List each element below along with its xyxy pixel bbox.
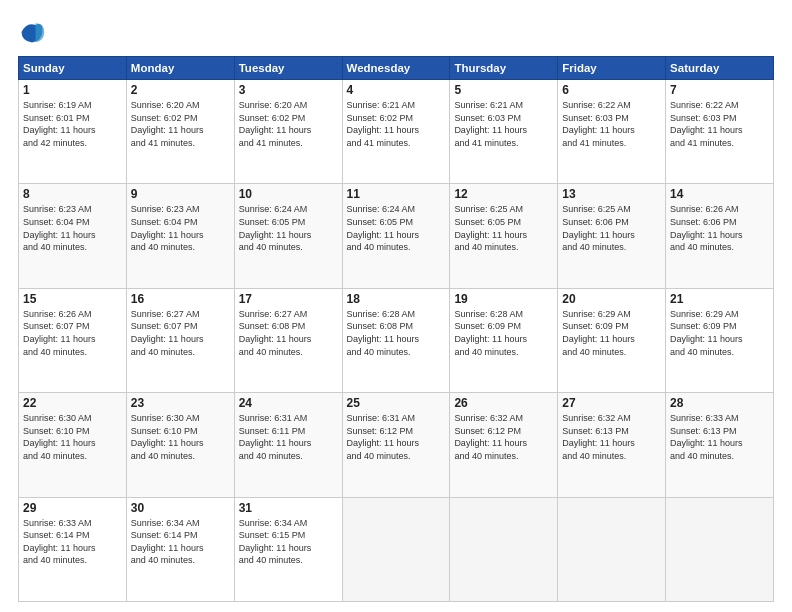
- day-number: 4: [347, 83, 446, 97]
- calendar-cell: 15Sunrise: 6:26 AM Sunset: 6:07 PM Dayli…: [19, 288, 127, 392]
- calendar-cell: 4Sunrise: 6:21 AM Sunset: 6:02 PM Daylig…: [342, 80, 450, 184]
- calendar-cell: 24Sunrise: 6:31 AM Sunset: 6:11 PM Dayli…: [234, 393, 342, 497]
- calendar-cell: [558, 497, 666, 601]
- calendar-cell: 2Sunrise: 6:20 AM Sunset: 6:02 PM Daylig…: [126, 80, 234, 184]
- calendar-cell: 14Sunrise: 6:26 AM Sunset: 6:06 PM Dayli…: [666, 184, 774, 288]
- col-saturday: Saturday: [666, 57, 774, 80]
- calendar-cell: 22Sunrise: 6:30 AM Sunset: 6:10 PM Dayli…: [19, 393, 127, 497]
- day-info: Sunrise: 6:32 AM Sunset: 6:12 PM Dayligh…: [454, 412, 553, 462]
- day-number: 27: [562, 396, 661, 410]
- day-info: Sunrise: 6:21 AM Sunset: 6:02 PM Dayligh…: [347, 99, 446, 149]
- calendar-cell: 6Sunrise: 6:22 AM Sunset: 6:03 PM Daylig…: [558, 80, 666, 184]
- day-info: Sunrise: 6:24 AM Sunset: 6:05 PM Dayligh…: [347, 203, 446, 253]
- calendar-week-row: 22Sunrise: 6:30 AM Sunset: 6:10 PM Dayli…: [19, 393, 774, 497]
- logo-icon: [18, 18, 46, 46]
- calendar-cell: 31Sunrise: 6:34 AM Sunset: 6:15 PM Dayli…: [234, 497, 342, 601]
- day-number: 6: [562, 83, 661, 97]
- day-number: 24: [239, 396, 338, 410]
- calendar-cell: 7Sunrise: 6:22 AM Sunset: 6:03 PM Daylig…: [666, 80, 774, 184]
- calendar-cell: 16Sunrise: 6:27 AM Sunset: 6:07 PM Dayli…: [126, 288, 234, 392]
- col-tuesday: Tuesday: [234, 57, 342, 80]
- day-number: 15: [23, 292, 122, 306]
- page: Sunday Monday Tuesday Wednesday Thursday…: [0, 0, 792, 612]
- day-number: 2: [131, 83, 230, 97]
- calendar-week-row: 15Sunrise: 6:26 AM Sunset: 6:07 PM Dayli…: [19, 288, 774, 392]
- day-number: 25: [347, 396, 446, 410]
- day-number: 5: [454, 83, 553, 97]
- day-info: Sunrise: 6:24 AM Sunset: 6:05 PM Dayligh…: [239, 203, 338, 253]
- day-info: Sunrise: 6:22 AM Sunset: 6:03 PM Dayligh…: [670, 99, 769, 149]
- day-info: Sunrise: 6:26 AM Sunset: 6:07 PM Dayligh…: [23, 308, 122, 358]
- calendar-cell: 5Sunrise: 6:21 AM Sunset: 6:03 PM Daylig…: [450, 80, 558, 184]
- calendar-cell: 25Sunrise: 6:31 AM Sunset: 6:12 PM Dayli…: [342, 393, 450, 497]
- day-number: 28: [670, 396, 769, 410]
- day-info: Sunrise: 6:20 AM Sunset: 6:02 PM Dayligh…: [131, 99, 230, 149]
- calendar-cell: 30Sunrise: 6:34 AM Sunset: 6:14 PM Dayli…: [126, 497, 234, 601]
- calendar-cell: 10Sunrise: 6:24 AM Sunset: 6:05 PM Dayli…: [234, 184, 342, 288]
- day-number: 19: [454, 292, 553, 306]
- day-info: Sunrise: 6:25 AM Sunset: 6:06 PM Dayligh…: [562, 203, 661, 253]
- calendar-cell: 21Sunrise: 6:29 AM Sunset: 6:09 PM Dayli…: [666, 288, 774, 392]
- calendar-week-row: 29Sunrise: 6:33 AM Sunset: 6:14 PM Dayli…: [19, 497, 774, 601]
- calendar-cell: [666, 497, 774, 601]
- day-info: Sunrise: 6:29 AM Sunset: 6:09 PM Dayligh…: [670, 308, 769, 358]
- day-number: 22: [23, 396, 122, 410]
- calendar-week-row: 1Sunrise: 6:19 AM Sunset: 6:01 PM Daylig…: [19, 80, 774, 184]
- col-monday: Monday: [126, 57, 234, 80]
- calendar-cell: [450, 497, 558, 601]
- day-info: Sunrise: 6:23 AM Sunset: 6:04 PM Dayligh…: [23, 203, 122, 253]
- day-info: Sunrise: 6:28 AM Sunset: 6:08 PM Dayligh…: [347, 308, 446, 358]
- day-info: Sunrise: 6:33 AM Sunset: 6:14 PM Dayligh…: [23, 517, 122, 567]
- day-number: 1: [23, 83, 122, 97]
- calendar-cell: 27Sunrise: 6:32 AM Sunset: 6:13 PM Dayli…: [558, 393, 666, 497]
- day-number: 29: [23, 501, 122, 515]
- calendar-cell: 29Sunrise: 6:33 AM Sunset: 6:14 PM Dayli…: [19, 497, 127, 601]
- calendar-cell: 26Sunrise: 6:32 AM Sunset: 6:12 PM Dayli…: [450, 393, 558, 497]
- day-info: Sunrise: 6:23 AM Sunset: 6:04 PM Dayligh…: [131, 203, 230, 253]
- day-number: 14: [670, 187, 769, 201]
- day-info: Sunrise: 6:31 AM Sunset: 6:12 PM Dayligh…: [347, 412, 446, 462]
- day-number: 10: [239, 187, 338, 201]
- calendar-cell: 23Sunrise: 6:30 AM Sunset: 6:10 PM Dayli…: [126, 393, 234, 497]
- day-info: Sunrise: 6:30 AM Sunset: 6:10 PM Dayligh…: [131, 412, 230, 462]
- day-info: Sunrise: 6:22 AM Sunset: 6:03 PM Dayligh…: [562, 99, 661, 149]
- col-friday: Friday: [558, 57, 666, 80]
- day-info: Sunrise: 6:19 AM Sunset: 6:01 PM Dayligh…: [23, 99, 122, 149]
- col-wednesday: Wednesday: [342, 57, 450, 80]
- calendar-cell: 20Sunrise: 6:29 AM Sunset: 6:09 PM Dayli…: [558, 288, 666, 392]
- day-number: 26: [454, 396, 553, 410]
- day-info: Sunrise: 6:25 AM Sunset: 6:05 PM Dayligh…: [454, 203, 553, 253]
- calendar-cell: 19Sunrise: 6:28 AM Sunset: 6:09 PM Dayli…: [450, 288, 558, 392]
- calendar-cell: 28Sunrise: 6:33 AM Sunset: 6:13 PM Dayli…: [666, 393, 774, 497]
- header: [18, 18, 774, 46]
- day-number: 21: [670, 292, 769, 306]
- logo: [18, 18, 50, 46]
- day-info: Sunrise: 6:29 AM Sunset: 6:09 PM Dayligh…: [562, 308, 661, 358]
- calendar-cell: 9Sunrise: 6:23 AM Sunset: 6:04 PM Daylig…: [126, 184, 234, 288]
- calendar-cell: 11Sunrise: 6:24 AM Sunset: 6:05 PM Dayli…: [342, 184, 450, 288]
- day-info: Sunrise: 6:21 AM Sunset: 6:03 PM Dayligh…: [454, 99, 553, 149]
- day-info: Sunrise: 6:33 AM Sunset: 6:13 PM Dayligh…: [670, 412, 769, 462]
- calendar-cell: 1Sunrise: 6:19 AM Sunset: 6:01 PM Daylig…: [19, 80, 127, 184]
- calendar-cell: 18Sunrise: 6:28 AM Sunset: 6:08 PM Dayli…: [342, 288, 450, 392]
- day-info: Sunrise: 6:34 AM Sunset: 6:14 PM Dayligh…: [131, 517, 230, 567]
- calendar-cell: 13Sunrise: 6:25 AM Sunset: 6:06 PM Dayli…: [558, 184, 666, 288]
- day-number: 11: [347, 187, 446, 201]
- col-thursday: Thursday: [450, 57, 558, 80]
- day-number: 31: [239, 501, 338, 515]
- day-info: Sunrise: 6:30 AM Sunset: 6:10 PM Dayligh…: [23, 412, 122, 462]
- day-info: Sunrise: 6:32 AM Sunset: 6:13 PM Dayligh…: [562, 412, 661, 462]
- day-info: Sunrise: 6:31 AM Sunset: 6:11 PM Dayligh…: [239, 412, 338, 462]
- day-info: Sunrise: 6:27 AM Sunset: 6:07 PM Dayligh…: [131, 308, 230, 358]
- day-info: Sunrise: 6:28 AM Sunset: 6:09 PM Dayligh…: [454, 308, 553, 358]
- calendar-cell: 3Sunrise: 6:20 AM Sunset: 6:02 PM Daylig…: [234, 80, 342, 184]
- day-info: Sunrise: 6:26 AM Sunset: 6:06 PM Dayligh…: [670, 203, 769, 253]
- day-info: Sunrise: 6:34 AM Sunset: 6:15 PM Dayligh…: [239, 517, 338, 567]
- calendar-cell: [342, 497, 450, 601]
- calendar-week-row: 8Sunrise: 6:23 AM Sunset: 6:04 PM Daylig…: [19, 184, 774, 288]
- day-number: 18: [347, 292, 446, 306]
- day-number: 12: [454, 187, 553, 201]
- calendar-header-row: Sunday Monday Tuesday Wednesday Thursday…: [19, 57, 774, 80]
- calendar-cell: 17Sunrise: 6:27 AM Sunset: 6:08 PM Dayli…: [234, 288, 342, 392]
- day-info: Sunrise: 6:27 AM Sunset: 6:08 PM Dayligh…: [239, 308, 338, 358]
